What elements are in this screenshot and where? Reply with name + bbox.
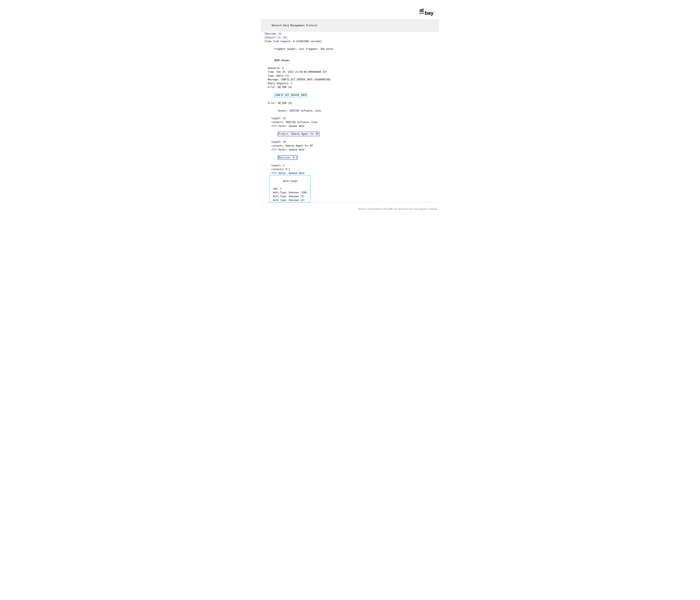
figure-caption: Source: Screenshot of the traffic we obs… <box>261 207 439 211</box>
logo-at: at <box>419 7 424 13</box>
vendor-length: length: 23 <box>261 116 439 120</box>
ndmp-type: Type: Reply (1) <box>261 74 439 78</box>
vendor-fill: fill bytes: opaque data <box>261 124 439 128</box>
version-row: [Version: 3] <box>261 32 439 36</box>
auth-types-row[interactable]: Auth Types <box>270 175 309 187</box>
auth-type-3: Auth Type: Unknown (4) <box>270 198 309 202</box>
ndmp-sequence: Sequence: 3 <box>261 66 439 70</box>
chevron-down-icon[interactable] <box>281 180 283 182</box>
product-length: length: 19 <box>261 140 439 144</box>
ndmp-header-row[interactable]: NDMP Header <box>261 55 439 66</box>
page: atbay Network Data Management Protocol [… <box>254 0 446 224</box>
product-contents: contents: Remote Agent for NT <box>261 144 439 148</box>
auth-type-2: Auth Type: Unknown (5) <box>270 194 309 198</box>
chevron-right-icon[interactable] <box>272 47 274 50</box>
revision-row[interactable]: Revision: 9.1 <box>261 152 439 164</box>
config-error: Error: NO_ERR (0) <box>261 101 439 105</box>
product-row[interactable]: Product: Remote Agent for NT <box>261 128 439 140</box>
revision-label-highlight: Revision: 9.1 <box>278 155 298 160</box>
auth-type-1: Auth Type: Unknown (190) <box>270 191 309 194</box>
chevron-down-icon[interactable] <box>276 133 278 135</box>
chevron-down-icon[interactable] <box>276 109 278 112</box>
revision-fill: fill bytes: opaque data <box>261 171 439 175</box>
revision-contents: contents: 9.1 <box>261 167 439 171</box>
product-fill: fill bytes: opaque data <box>261 148 439 152</box>
vendor-contents: contents: VERITAS Software, Corp. <box>261 120 439 124</box>
logo-bay: bay <box>425 10 433 16</box>
vendor-row[interactable]: Vendor: VERITAS Software, Corp. <box>261 105 439 116</box>
auth-types-highlight: Auth Types num: 3 Auth Type: Unknown (19… <box>269 175 310 203</box>
time-from-request-row: [Time from request: 0.233407000 seconds] <box>261 40 439 43</box>
ndmp-reply-sequence: Reply Sequence: 2 <box>261 81 439 85</box>
ndmp-message: Message: CONFIG_GET_SERVER_INFO (0x00000… <box>261 78 439 81</box>
atbay-logo: atbay <box>419 7 433 13</box>
config-label-highlight: CONFIG_GET_SERVER_INFO <box>274 93 307 97</box>
ndmp-time: Time: Feb 19, 2023 23:50:08.000000000 IS… <box>261 70 439 74</box>
protocol-root-row[interactable]: Network Data Management Protocol <box>261 19 439 32</box>
packet-details-tree: Network Data Management Protocol [Versio… <box>261 19 439 203</box>
auth-num: num: 3 <box>270 187 309 191</box>
config-get-server-info-row[interactable]: CONFIG_GET_SERVER_INFO <box>261 89 439 101</box>
product-label-highlight: Product: Remote Agent for NT <box>278 132 319 136</box>
fragment-header-row[interactable]: Fragment header: Last fragment, 104 byte… <box>261 43 439 55</box>
chevron-down-icon[interactable] <box>270 24 272 27</box>
ndmp-error: Error: NO_ERR (0) <box>261 85 439 89</box>
request-in-row[interactable]: [Request In: 10] <box>261 36 439 40</box>
chevron-down-icon[interactable] <box>272 59 274 62</box>
chevron-down-icon[interactable] <box>276 156 278 159</box>
revision-length: length: 3 <box>261 164 439 167</box>
chevron-down-icon[interactable] <box>272 94 274 97</box>
protocol-root-label: Network Data Management Protocol <box>272 24 318 27</box>
